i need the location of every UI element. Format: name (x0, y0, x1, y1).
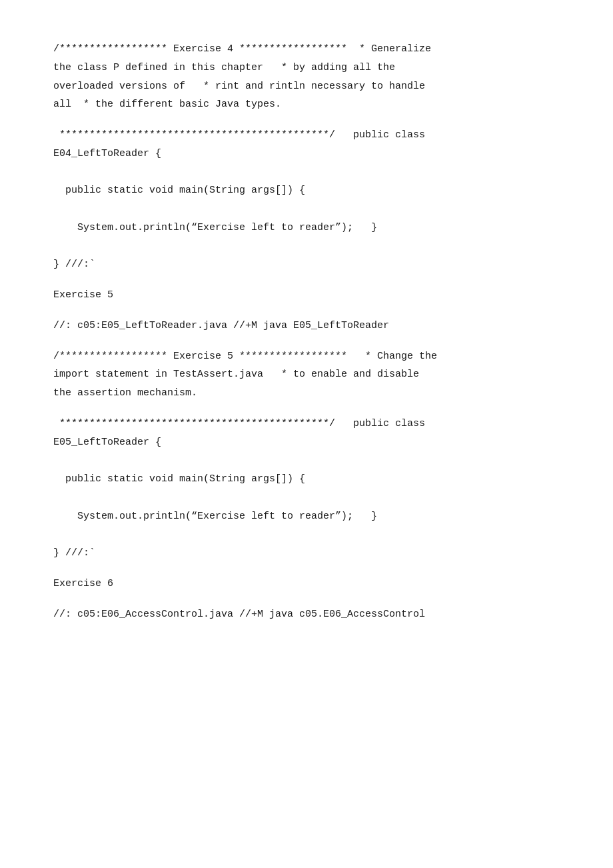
exercise5-header: Exercise 5 (53, 286, 560, 305)
exercise6-header: Exercise 6 (53, 575, 560, 593)
ex4-class-decl: ****************************************… (53, 126, 560, 274)
page-content: /****************** Exercise 4 *********… (53, 40, 560, 623)
ex5-comment-block: /****************** Exercise 5 *********… (53, 347, 560, 403)
ex5-class-decl: ****************************************… (53, 415, 560, 563)
ex4-comment-block: /****************** Exercise 4 *********… (53, 40, 560, 114)
exercise6-file: //: c05:E06_AccessControl.java //+M java… (53, 605, 560, 624)
exercise5-file: //: c05:E05_LeftToReader.java //+M java … (53, 317, 560, 335)
exercise4-section: /****************** Exercise 4 *********… (53, 40, 560, 274)
exercise5-section: /****************** Exercise 5 *********… (53, 347, 560, 563)
